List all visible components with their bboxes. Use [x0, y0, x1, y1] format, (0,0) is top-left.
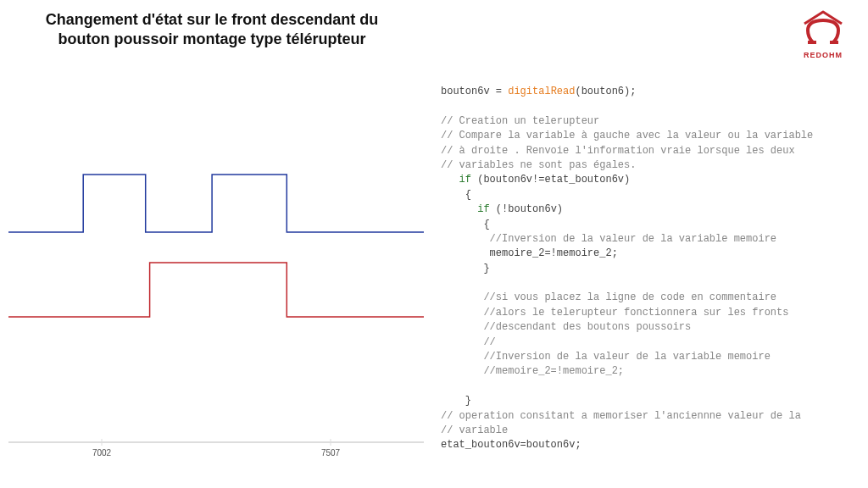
x-tick-label: 7507 [321, 448, 341, 458]
code-line [441, 174, 459, 186]
brand-text: REDOHM [793, 51, 853, 59]
x-tick-label: 7002 [92, 448, 112, 458]
code-line: (bouton6v!=etat_bouton6v) [471, 174, 630, 186]
code-line: { [441, 189, 471, 201]
red-signal [8, 263, 424, 317]
code-line: } [441, 263, 490, 274]
code-fn: digitalRead [508, 86, 575, 97]
code-line: (bouton6); [575, 86, 636, 97]
timing-diagram: 7002 7507 [8, 127, 424, 466]
code-line: { [441, 219, 490, 230]
code-comment: // Creation un telerupteur [441, 115, 599, 127]
code-comment: // variable [441, 424, 508, 436]
code-line: } [441, 395, 471, 407]
code-line [441, 203, 477, 215]
code-line: bouton6v = [441, 86, 508, 97]
blue-signal [8, 175, 424, 232]
code-comment: //descendant des boutons poussoirs [441, 321, 691, 333]
code-line: (!bouton6v) [490, 203, 563, 215]
code-comment: //alors le telerupteur fonctionnera sur … [441, 307, 788, 319]
code-comment: // variables ne sont pas égales. [441, 159, 636, 171]
code-line: etat_bouton6v=bouton6v; [441, 439, 581, 451]
code-comment: // [441, 336, 496, 348]
code-comment: //si vous placez la ligne de code en com… [441, 291, 776, 303]
page-title: Changement d'état sur le front descendan… [25, 10, 398, 50]
brand-logo: REDOHM [793, 8, 853, 59]
code-keyword: if [459, 174, 471, 186]
code-keyword: if [477, 203, 489, 215]
code-comment: //Inversion de la valeur de la variable … [441, 351, 771, 363]
code-comment: //Inversion de la valeur de la variable … [441, 233, 776, 245]
code-comment: //memoire_2=!memoire_2; [441, 365, 624, 377]
code-comment: // à droite . Renvoie l'information vrai… [441, 145, 795, 157]
code-line: memoire_2=!memoire_2; [441, 247, 618, 259]
code-comment: // operation consitant a memoriser l'anc… [441, 410, 801, 422]
code-snippet: bouton6v = digitalRead(bouton6); // Crea… [441, 85, 856, 453]
code-comment: // Compare la variable à gauche avec la … [441, 130, 813, 141]
omega-house-icon [798, 8, 849, 49]
